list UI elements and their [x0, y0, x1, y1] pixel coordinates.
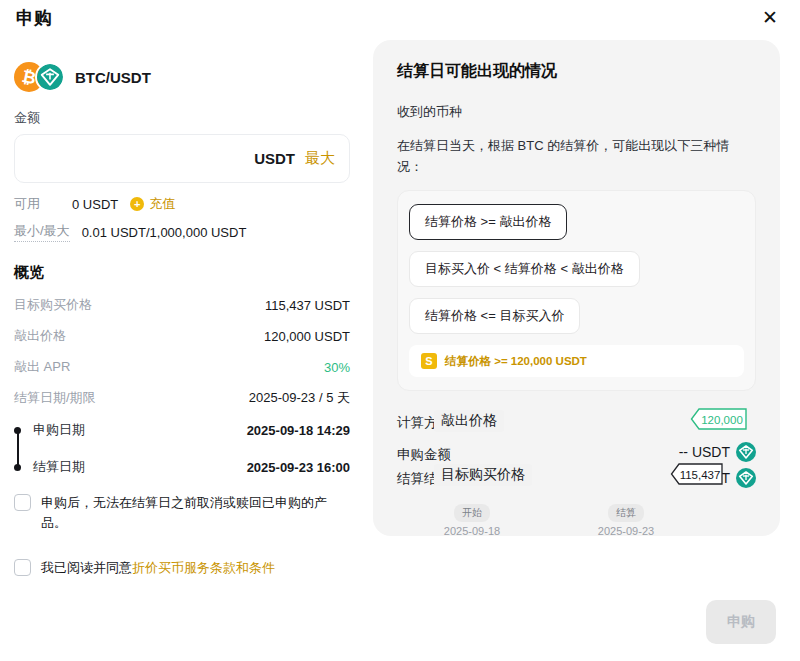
agreement-row-2: 我已阅读并同意折价买币服务条款和条件: [14, 558, 350, 578]
usdt-icon: [736, 442, 756, 462]
no-cancel-text: 申购后，无法在结算日之前取消或赎回已申购的产品。: [41, 493, 350, 533]
amount-label: 金额: [14, 109, 350, 127]
knockout-price-overlay-label: 敲出价格: [434, 410, 504, 432]
scenario-highlight-text: 结算价格 >= 120,000 USDT: [445, 354, 587, 369]
start-badge: 开始: [454, 504, 490, 522]
pair-name: BTC/USDT: [75, 69, 151, 86]
plus-icon: +: [130, 197, 144, 211]
no-cancel-checkbox[interactable]: [14, 494, 31, 511]
timeline-row-subscribe-date: 申购日期 2025-09-18 14:29: [14, 419, 350, 441]
terms-text: 我已阅读并同意折价买币服务条款和条件: [41, 558, 275, 578]
target-price-overlay-label: 目标购买价格: [434, 464, 532, 486]
scenario-details: 计算方 120,000 敲出价格 申购金额 -- USDT 结算结 -- USD…: [397, 408, 756, 500]
knockout-price-tag: 120,000: [690, 408, 748, 430]
overview-row-apr: 敲出 APR 30%: [14, 356, 350, 378]
scenario-option-2[interactable]: 目标买入价 < 结算价格 < 敲出价格: [409, 251, 640, 287]
received-coin-label: 收到的币种: [397, 103, 756, 121]
row-value: 2025-09-18 14:29: [247, 423, 350, 438]
max-button[interactable]: 最大: [305, 149, 335, 168]
settlement-result-label: 结算结: [397, 470, 438, 488]
row-label: 结算日期: [33, 458, 85, 476]
calc-method-label: 计算方: [397, 414, 438, 432]
row-value: 115,437 USDT: [265, 298, 350, 313]
topup-button[interactable]: + 充值: [130, 195, 175, 213]
close-icon[interactable]: ✕: [762, 6, 778, 30]
subscribe-amount-label: 申购金额: [397, 446, 451, 464]
overview-row-settle-term: 结算日期/期限 2025-09-23 / 5 天: [14, 387, 350, 409]
overview-heading: 概览: [14, 263, 350, 282]
row-value: 2025-09-23 / 5 天: [249, 389, 350, 407]
timeline-dot: [14, 427, 21, 434]
settle-badge: 结算: [608, 504, 644, 522]
usdt-icon: [35, 62, 65, 92]
row-label: 敲出 APR: [14, 358, 70, 376]
page-title: 申购: [16, 6, 52, 30]
start-date: 2025-09-18: [417, 525, 527, 537]
usdt-icon: [736, 468, 756, 488]
overview-row-knockout-price: 敲出价格 120,000 USDT: [14, 325, 350, 347]
date-timeline: 申购日期 2025-09-18 14:29 结算日期 2025-09-23 16…: [14, 419, 350, 478]
timeline-row-settle-date: 结算日期 2025-09-23 16:00: [14, 456, 350, 478]
scenarios-heading: 结算日可能出现的情况: [397, 61, 756, 82]
timeline-start: 开始 2025-09-18: [417, 502, 527, 537]
svg-text:115,437: 115,437: [680, 469, 721, 481]
terms-prefix: 我已阅读并同意: [41, 560, 132, 575]
minmax-value: 0.01 USDT/1,000,000 USDT: [82, 225, 247, 240]
scenarios-description: 在结算日当天，根据 BTC 的结算价，可能出现以下三种情况：: [397, 135, 749, 177]
terms-checkbox[interactable]: [14, 559, 31, 576]
row-label: 结算日期/期限: [14, 389, 96, 407]
timeline-settle: 结算 2025-09-23: [571, 502, 681, 537]
scenario-highlight: S 结算价格 >= 120,000 USDT: [409, 345, 744, 377]
available-label: 可用: [14, 195, 72, 213]
terms-link[interactable]: 折价买币服务条款和条件: [132, 560, 275, 575]
pair-icons: ₿: [14, 62, 65, 92]
amount-unit: USDT: [254, 150, 295, 167]
settlement-scenarios-panel: 结算日可能出现的情况 收到的币种 在结算日当天，根据 BTC 的结算价，可能出现…: [373, 40, 780, 536]
minmax-label: 最小/最大: [14, 222, 70, 242]
mini-timeline: 开始 2025-09-18 结算 2025-09-23: [397, 502, 756, 538]
svg-text:120,000: 120,000: [701, 414, 743, 426]
minmax-row: 最小/最大 0.01 USDT/1,000,000 USDT: [14, 222, 350, 242]
overview-rows: 目标购买价格 115,437 USDT 敲出价格 120,000 USDT 敲出…: [14, 294, 350, 409]
subscribe-amount-value: -- USDT: [679, 444, 730, 460]
amount-input-box: USDT 最大: [14, 134, 350, 183]
agreement-row-1: 申购后，无法在结算日之前取消或赎回已申购的产品。: [14, 493, 350, 533]
subscribe-form: ₿ BTC/USDT 金额 USDT 最大 可用 0 USDT + 充: [14, 62, 350, 578]
row-label: 申购日期: [33, 421, 85, 439]
topup-label: 充值: [149, 195, 175, 213]
row-label: 敲出价格: [14, 327, 66, 345]
amount-input[interactable]: [29, 150, 254, 167]
row-label: 目标购买价格: [14, 296, 92, 314]
scenario-option-3[interactable]: 结算价格 <= 目标买入价: [409, 298, 580, 334]
subscribe-button[interactable]: 申购: [706, 600, 776, 644]
scenario-card: 结算价格 >= 敲出价格 目标买入价 < 结算价格 < 敲出价格 结算价格 <=…: [397, 190, 756, 391]
row-value: 2025-09-23 16:00: [247, 460, 350, 475]
target-price-tag: 115,437: [670, 463, 724, 485]
available-value: 0 USDT: [72, 197, 118, 212]
settlement-badge-icon: S: [421, 353, 437, 369]
apr-value: 30%: [324, 360, 350, 375]
scenario-option-1[interactable]: 结算价格 >= 敲出价格: [409, 204, 567, 240]
settle-date: 2025-09-23: [571, 525, 681, 537]
row-value: 120,000 USDT: [264, 329, 350, 344]
pair-row: ₿ BTC/USDT: [14, 62, 350, 92]
subscribe-amount-value-row: -- USDT: [679, 442, 756, 462]
overview-row-target-price: 目标购买价格 115,437 USDT: [14, 294, 350, 316]
available-row: 可用 0 USDT + 充值: [14, 195, 350, 213]
subscribe-modal: 申购 ✕ ₿ BTC/USDT 金额 USDT 最大: [0, 0, 800, 661]
timeline-dot: [14, 464, 21, 471]
